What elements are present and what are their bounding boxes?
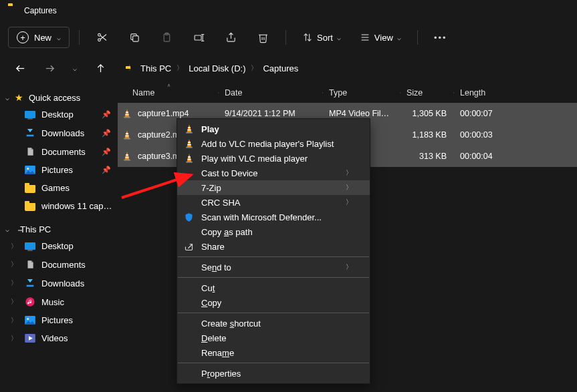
context-menu-item[interactable]: Copy as path — [177, 224, 370, 239]
sidebar-item-pictures[interactable]: Pictures 📌 — [0, 161, 118, 179]
svg-point-1 — [98, 39, 101, 41]
context-menu[interactable]: PlayAdd to VLC media player's PlaylistPl… — [177, 118, 370, 384]
context-menu-label: 7-Zip — [201, 183, 346, 193]
paste-button[interactable] — [153, 24, 180, 51]
downloads-icon — [24, 278, 36, 288]
context-menu-label: CRC SHA — [201, 198, 346, 208]
chevron-right-icon: 〉 — [251, 63, 257, 73]
up-button[interactable] — [88, 56, 112, 80]
breadcrumb[interactable]: 〉 This PC 〉 Local Disk (D:) 〉 Captures — [126, 62, 301, 75]
svg-line-3 — [100, 35, 106, 39]
file-date: 9/14/2021 1:12 PM — [218, 109, 322, 118]
context-menu-item[interactable]: Delete — [177, 331, 370, 345]
copy-button[interactable] — [121, 24, 148, 51]
chevron-down-icon: ⌵ — [337, 34, 341, 41]
delete-button[interactable] — [249, 24, 276, 51]
sort-icon — [302, 32, 313, 43]
new-button[interactable]: + New ⌵ — [8, 27, 70, 48]
col-date[interactable]: Date — [218, 88, 322, 97]
forward-button[interactable] — [37, 56, 62, 80]
titlebar: Captures — [0, 0, 577, 21]
chevron-down-icon: ⌵ — [5, 94, 9, 102]
cut-button[interactable] — [89, 24, 116, 51]
share-button[interactable] — [217, 24, 244, 51]
sort-button[interactable]: Sort ⌵ — [296, 28, 348, 47]
svg-rect-32 — [126, 133, 128, 134]
sidebar-item-documents[interactable]: Documents 📌 — [0, 142, 118, 161]
sort-asc-icon: ＾ — [166, 82, 172, 91]
context-menu-item[interactable]: CRC SHA〉 — [177, 195, 370, 210]
file-length: 00:00:03 — [453, 130, 513, 140]
context-menu-item[interactable]: Cut — [177, 280, 370, 295]
more-button[interactable]: ••• — [427, 24, 454, 51]
window-title: Captures — [24, 6, 57, 15]
svg-rect-48 — [188, 156, 191, 158]
sidebar-item-downloads[interactable]: Downloads 📌 — [0, 124, 118, 142]
col-type[interactable]: Type — [322, 88, 400, 97]
chevron-right-icon: 〉 — [346, 168, 352, 178]
sidebar-item-pc-videos[interactable]: 〉Videos — [0, 329, 118, 347]
desktop-icon — [24, 111, 36, 118]
quick-access-header[interactable]: ⌵ ★ Quick access — [0, 89, 118, 106]
folder-icon — [24, 184, 36, 193]
svg-rect-45 — [187, 144, 191, 146]
context-menu-item[interactable]: Send to〉 — [177, 260, 370, 274]
videos-icon — [24, 334, 36, 343]
context-menu-item[interactable]: Scan with Microsoft Defender... — [177, 210, 370, 224]
sidebar-item-label: Downloads — [41, 128, 96, 138]
view-button[interactable]: View ⌵ — [353, 28, 408, 47]
svg-line-51 — [188, 244, 192, 248]
toolbar-divider — [417, 30, 418, 45]
context-menu-separator — [178, 363, 369, 363]
this-pc-header[interactable]: ⌵ This PC — [0, 222, 118, 237]
quick-access-label: Quick access — [29, 93, 80, 103]
file-length: 00:00:04 — [453, 152, 513, 161]
context-menu-item[interactable]: Cast to Device〉 — [177, 166, 370, 180]
context-menu-label: Create shortcut — [201, 319, 352, 329]
breadcrumb-item[interactable]: This PC — [138, 62, 174, 75]
sidebar-item-games[interactable]: Games — [0, 179, 118, 197]
star-icon: ★ — [15, 92, 23, 103]
col-length[interactable]: Length — [453, 88, 513, 97]
scissors-icon — [96, 31, 108, 43]
svg-rect-41 — [187, 130, 191, 131]
col-size[interactable]: Size — [400, 88, 453, 97]
context-menu-label: Rename — [201, 348, 352, 358]
context-menu-item[interactable]: Properties — [177, 366, 370, 381]
context-menu-item[interactable]: Create shortcut — [177, 316, 370, 331]
context-menu-item[interactable]: 7-Zip〉 — [177, 180, 370, 195]
context-menu-item[interactable]: Copy — [177, 295, 370, 310]
breadcrumb-item[interactable]: Local Disk (D:) — [186, 62, 248, 75]
context-menu-label: Properties — [201, 369, 352, 379]
context-menu-item[interactable]: Rename — [177, 345, 370, 360]
back-button[interactable] — [8, 56, 32, 80]
file-name: capture1.mp4 — [138, 109, 189, 118]
sidebar-item-captures[interactable]: windows 11 capptures — [0, 197, 118, 215]
sidebar-item-label: Games — [41, 183, 115, 193]
context-menu-item[interactable]: Add to VLC media player's Playlist — [177, 136, 370, 151]
vlc-icon — [184, 124, 201, 134]
context-menu-item[interactable]: Play — [177, 122, 370, 136]
col-label: Name — [132, 88, 154, 97]
sidebar-item-pc-documents[interactable]: 〉Documents — [0, 255, 118, 274]
sidebar-item-pc-downloads[interactable]: 〉Downloads — [0, 274, 118, 292]
col-name[interactable]: ＾ Name — [118, 88, 218, 97]
breadcrumb-item[interactable]: Captures — [260, 62, 301, 75]
sidebar-item-pc-music[interactable]: 〉Music — [0, 292, 118, 311]
svg-rect-33 — [125, 136, 128, 137]
sidebar-item-desktop[interactable]: Desktop 📌 — [0, 106, 118, 124]
sidebar-item-pc-pictures[interactable]: 〉Pictures — [0, 311, 118, 329]
vlc-icon — [122, 130, 132, 140]
sidebar-item-label: windows 11 capptures — [41, 201, 115, 211]
context-menu-item[interactable]: Share — [177, 239, 370, 254]
navbar: ⌵ 〉 This PC 〉 Local Disk (D:) 〉 Captures — [0, 53, 577, 83]
recent-button[interactable]: ⌵ — [67, 56, 83, 80]
rename-button[interactable] — [185, 24, 212, 51]
this-pc-label: This PC — [20, 224, 51, 234]
col-label: Type — [329, 88, 347, 97]
share-icon — [184, 242, 201, 252]
new-label: New — [34, 33, 51, 43]
context-menu-item[interactable]: Play with VLC media player — [177, 151, 370, 166]
sidebar-item-pc-desktop[interactable]: 〉Desktop — [0, 237, 118, 255]
context-menu-label: Copy — [201, 298, 352, 308]
